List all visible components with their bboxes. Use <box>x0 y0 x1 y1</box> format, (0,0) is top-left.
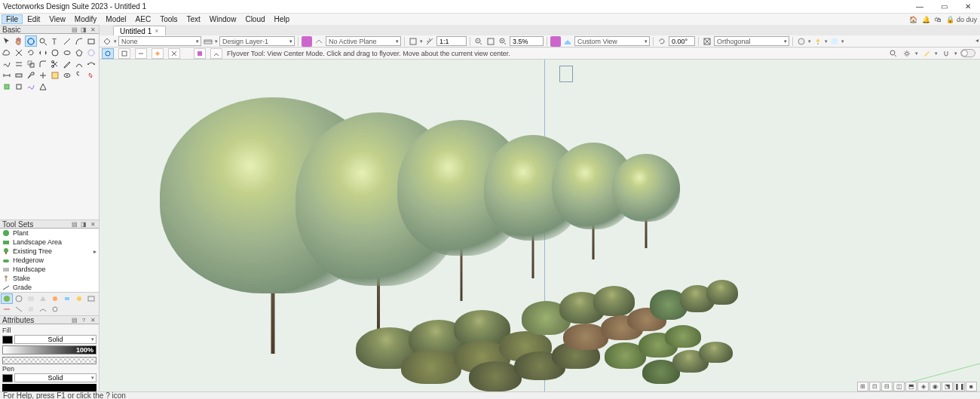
tsi-8[interactable] <box>85 293 97 304</box>
class-icon[interactable] <box>102 36 112 47</box>
saved-view-icon[interactable] <box>408 36 418 47</box>
plane-mode-icon[interactable] <box>314 36 324 47</box>
visibility-tool[interactable] <box>61 69 73 81</box>
attributes-help-icon[interactable]: ? <box>80 316 87 324</box>
menu-text[interactable]: Text <box>182 14 204 24</box>
panel-undock-icon[interactable]: ◨ <box>80 26 87 33</box>
layer-combo[interactable]: Design Layer-1 <box>219 36 295 46</box>
toolsets-undock-icon[interactable]: ◨ <box>80 220 87 228</box>
home-icon[interactable]: 🏠 <box>909 16 917 23</box>
menu-window[interactable]: Window <box>205 14 241 24</box>
polygon-tool[interactable] <box>73 47 85 58</box>
menu-aec[interactable]: AEC <box>131 14 156 24</box>
3d-locus-tool[interactable] <box>13 81 25 92</box>
fill-pattern-preview[interactable] <box>2 357 96 364</box>
mode-6[interactable] <box>194 48 206 59</box>
pen-color-swatch[interactable] <box>2 374 13 382</box>
menu-tools[interactable]: Tools <box>155 14 182 24</box>
toolset-existing-tree[interactable]: Existing Tree▸ <box>0 247 99 256</box>
vp-btn-2[interactable]: ⊡ <box>869 382 880 391</box>
tsi-16[interactable] <box>85 304 97 315</box>
tsi-15[interactable] <box>73 304 85 315</box>
mode-4[interactable] <box>152 48 164 59</box>
panel-close-icon[interactable]: ✕ <box>89 26 96 33</box>
toolset-landscape-area[interactable]: Landscape Area <box>0 238 99 247</box>
snap-icon[interactable] <box>941 48 951 59</box>
eyedropper-tool[interactable] <box>61 58 73 69</box>
drawing-canvas[interactable]: ⊞ ⊡ ⊟ ◫ ⬒ ◈ ◉ ⬔ ❚❚ ■ <box>100 60 980 391</box>
mode-1[interactable] <box>102 48 114 59</box>
tsi-9[interactable] <box>1 304 13 315</box>
menu-modify[interactable]: Modify <box>70 14 101 24</box>
split-tool[interactable] <box>73 58 85 69</box>
class-combo[interactable]: None <box>118 36 201 46</box>
spiral-tool[interactable] <box>73 69 85 81</box>
tool-39[interactable] <box>73 81 85 92</box>
clip-tool[interactable] <box>49 58 61 69</box>
nurbs-tool[interactable] <box>25 81 37 92</box>
vp-btn-5[interactable]: ⬒ <box>905 382 917 391</box>
tsi-site[interactable] <box>1 293 13 304</box>
right-panel-collapse[interactable]: ◂ <box>974 36 980 44</box>
toolsets-menu-icon[interactable]: ▤ <box>71 220 78 228</box>
layer-dropdown-icon[interactable]: ▾ <box>215 38 218 45</box>
flyover-tool[interactable] <box>25 35 37 47</box>
symbol-tool[interactable] <box>85 69 97 81</box>
vp-btn-4[interactable]: ◫ <box>893 382 905 391</box>
view-cube-icon[interactable] <box>550 36 561 47</box>
saved-view-dropdown[interactable]: ▾ <box>420 38 423 45</box>
vp-btn-7[interactable]: ◉ <box>929 382 941 391</box>
attributes-close-icon[interactable]: ✕ <box>89 316 96 324</box>
projection-combo[interactable]: Orthogonal <box>714 36 789 46</box>
toolset-hedgerow[interactable]: Hedgerow <box>0 256 99 265</box>
class-dropdown-icon[interactable]: ▾ <box>114 38 117 45</box>
close-button[interactable]: ✕ <box>959 2 977 12</box>
line-tool[interactable] <box>61 35 73 47</box>
attributes-menu-icon[interactable]: ▤ <box>71 316 78 324</box>
zoom-input[interactable] <box>510 36 544 46</box>
scale-input[interactable] <box>436 36 467 46</box>
toggle-switch[interactable] <box>960 49 975 57</box>
plane-combo[interactable]: No Active Plane <box>326 36 401 46</box>
panel-menu-icon[interactable]: ▤ <box>71 26 78 33</box>
vp-pause[interactable]: ❚❚ <box>954 382 965 391</box>
layer-icon[interactable] <box>203 36 213 47</box>
highlight-dropdown[interactable]: ▾ <box>935 51 938 57</box>
bg-icon[interactable] <box>829 36 840 47</box>
tool-40[interactable] <box>85 81 97 92</box>
mode-3[interactable] <box>135 48 147 59</box>
tsi-6[interactable] <box>61 293 73 304</box>
zoom-tool[interactable] <box>37 35 49 47</box>
vp-stop[interactable]: ■ <box>966 382 977 391</box>
fill-color-swatch[interactable] <box>2 336 13 344</box>
fillet-tool[interactable] <box>37 58 49 69</box>
tsi-3[interactable] <box>25 293 37 304</box>
search-icon[interactable] <box>888 48 899 59</box>
zoom-out-icon[interactable] <box>473 36 484 47</box>
polyline-tool[interactable] <box>85 47 97 58</box>
notification-icon[interactable]: 🔔 <box>922 16 930 23</box>
menu-model[interactable]: Model <box>101 14 130 24</box>
bg-dropdown[interactable]: ▾ <box>841 38 844 45</box>
tsi-12[interactable] <box>37 304 49 315</box>
render-mode-icon[interactable] <box>796 36 807 47</box>
zoom-fit-icon[interactable] <box>485 36 496 47</box>
mode-2[interactable] <box>118 48 130 59</box>
gear-icon[interactable] <box>902 48 912 59</box>
mode-5[interactable] <box>168 48 180 59</box>
gear-dropdown[interactable]: ▾ <box>915 51 918 57</box>
light-dropdown[interactable]: ▾ <box>825 38 828 45</box>
freehand-tool[interactable] <box>1 58 13 69</box>
rotation-icon[interactable] <box>657 36 667 47</box>
fill-style-combo[interactable]: Solid <box>14 335 96 344</box>
rect-tool[interactable] <box>85 35 97 47</box>
panel-toolsets-header[interactable]: Tool Sets ▤ ◨ ✕ <box>0 219 99 229</box>
cart-icon[interactable]: 🛍 <box>935 16 942 23</box>
vp-btn-3[interactable]: ⊟ <box>881 382 893 391</box>
dim-tool[interactable] <box>1 69 13 81</box>
maximize-button[interactable]: ▭ <box>935 2 953 12</box>
arc-tool[interactable] <box>73 35 85 47</box>
toolset-hardscape[interactable]: Hardscape <box>0 265 99 274</box>
minimize-button[interactable]: — <box>911 2 929 12</box>
view-icon[interactable] <box>562 36 573 47</box>
